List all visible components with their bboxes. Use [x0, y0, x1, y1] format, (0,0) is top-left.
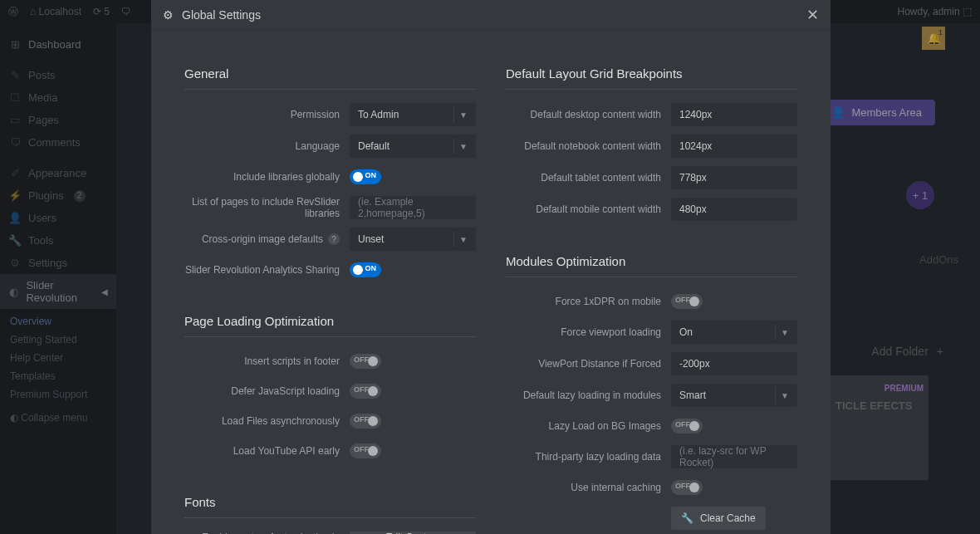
language-select[interactable]: Default▼ — [350, 135, 476, 158]
internal-cache-toggle[interactable]: OFF — [671, 480, 703, 495]
insert-footer-label: Insert scripts in footer — [184, 355, 350, 367]
viewport-distance-label: ViewPort Distance if Forced — [506, 358, 671, 370]
notebook-width-label: Default notebook content width — [506, 140, 671, 152]
force-dpr-label: Force 1xDPR on mobile — [506, 296, 671, 307]
viewport-distance-input[interactable]: -200px — [671, 352, 797, 375]
default-lazy-label: Default lazy loading in modules — [506, 389, 671, 401]
notebook-width-input: 1024px — [671, 135, 797, 158]
close-icon[interactable]: ✕ — [806, 6, 819, 24]
analytics-label: Slider Revolution Analytics Sharing — [184, 264, 350, 276]
force-viewport-label: Force viewport loading — [506, 326, 671, 338]
section-general: General — [184, 66, 476, 90]
default-lazy-select[interactable]: Smart▼ — [671, 384, 797, 407]
language-label: Language — [184, 140, 350, 152]
section-fonts: Fonts — [184, 495, 476, 518]
cross-origin-label: Cross-origin image defaults? — [184, 233, 350, 245]
help-icon[interactable]: ? — [328, 233, 340, 245]
pages-list-input[interactable]: (ie. Example 2,homepage,5) — [350, 196, 476, 219]
clear-cache-button[interactable]: 🔧Clear Cache — [671, 507, 766, 530]
internal-cache-label: Use internal caching — [506, 482, 671, 493]
mobile-width-label: Default mobile content width — [506, 203, 671, 215]
lazy-bg-toggle[interactable]: OFF — [671, 419, 703, 434]
include-globally-toggle[interactable]: ON — [350, 169, 381, 184]
modal-title: Global Settings — [182, 8, 261, 22]
async-files-toggle[interactable]: OFF — [350, 414, 381, 429]
pages-list-label: List of pages to include RevSlider libra… — [184, 196, 350, 219]
global-settings-modal: ⚙ Global Settings ✕ General Permission T… — [151, 0, 831, 534]
third-party-lazy-label: Third-party lazy loading data — [506, 451, 671, 463]
gear-icon: ⚙ — [163, 8, 174, 22]
cross-origin-select[interactable]: Unset▼ — [350, 228, 476, 251]
permission-select[interactable]: To Admin▼ — [350, 103, 476, 126]
desktop-width-input[interactable]: 1240px — [671, 103, 797, 126]
chevron-down-icon: ▼ — [459, 235, 468, 244]
permission-label: Permission — [184, 109, 350, 120]
async-files-label: Load Files asynchronously — [184, 415, 350, 427]
defer-js-toggle[interactable]: OFF — [350, 384, 381, 399]
analytics-toggle[interactable]: ON — [350, 262, 381, 277]
section-breakpoints: Default Layout Grid Breakpoints — [506, 66, 797, 90]
youtube-early-toggle[interactable]: OFF — [350, 443, 381, 458]
wrench-icon: 🔧 — [681, 512, 693, 524]
modal-body: General Permission To Admin▼ Language De… — [151, 30, 831, 534]
defer-js-label: Defer JavaScript loading — [184, 385, 350, 397]
left-column: General Permission To Admin▼ Language De… — [184, 66, 476, 534]
youtube-early-label: Load YouTube API early — [184, 445, 350, 457]
insert-footer-toggle[interactable]: OFF — [350, 354, 381, 369]
third-party-lazy-input[interactable]: (i.e. lazy-src for WP Rocket) — [671, 445, 797, 468]
desktop-width-label: Default desktop content width — [506, 109, 671, 120]
tablet-width-label: Default tablet content width — [506, 172, 671, 184]
section-modules: Modules Optimization — [506, 254, 797, 277]
force-dpr-toggle[interactable]: OFF — [671, 294, 703, 309]
mobile-width-input[interactable]: 480px — [671, 198, 797, 221]
right-column: Default Layout Grid Breakpoints Default … — [506, 66, 797, 534]
chevron-down-icon: ▼ — [781, 328, 789, 337]
tablet-width-input[interactable]: 778px — [671, 166, 797, 189]
force-viewport-select[interactable]: On▼ — [671, 321, 797, 344]
section-page-loading: Page Loading Optimization — [184, 314, 476, 337]
modal-header: ⚙ Global Settings ✕ — [151, 0, 831, 30]
include-globally-label: Include libraries globally — [184, 171, 350, 183]
chevron-down-icon: ▼ — [459, 110, 468, 120]
lazy-bg-label: Lazy Load on BG Images — [506, 420, 671, 432]
chevron-down-icon: ▼ — [781, 391, 789, 400]
chevron-down-icon: ▼ — [459, 142, 468, 151]
